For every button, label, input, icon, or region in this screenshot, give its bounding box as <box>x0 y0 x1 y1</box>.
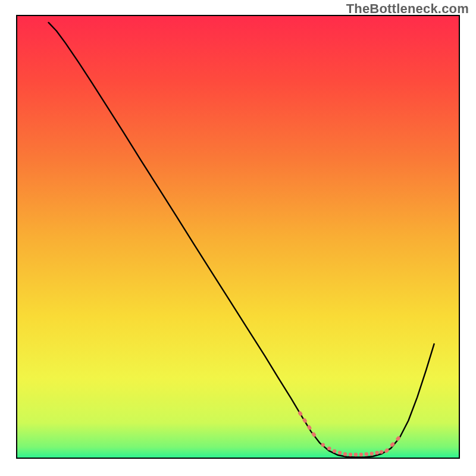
svg-point-11 <box>380 450 383 453</box>
svg-point-10 <box>375 451 378 455</box>
watermark-text: TheBottleneck.com <box>346 1 469 17</box>
svg-point-4 <box>343 452 347 456</box>
svg-point-0 <box>321 443 325 446</box>
svg-point-6 <box>354 453 358 456</box>
bottleneck-chart <box>0 0 476 476</box>
svg-point-5 <box>349 453 352 456</box>
svg-point-3 <box>338 451 342 455</box>
svg-point-7 <box>359 453 363 456</box>
plot-background <box>17 15 459 458</box>
svg-point-1 <box>327 446 331 450</box>
svg-point-8 <box>365 452 368 456</box>
svg-point-9 <box>369 452 373 455</box>
svg-point-2 <box>333 449 336 453</box>
chart-stage: TheBottleneck.com <box>0 0 476 476</box>
